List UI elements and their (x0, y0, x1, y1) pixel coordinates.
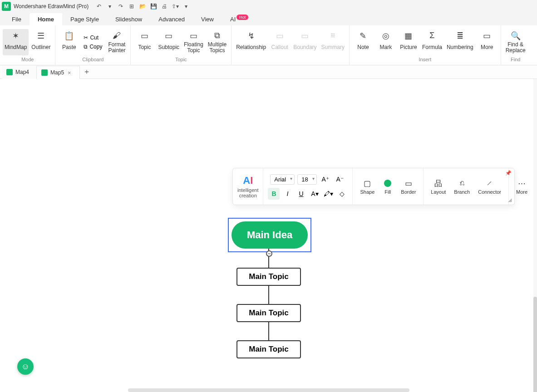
export-button[interactable]: ⇪▾ (170, 2, 180, 11)
save-button[interactable]: 💾 (148, 2, 158, 11)
subtopic-button[interactable]: ▭Subtopic (156, 29, 181, 55)
connector-icon: ⟋ (485, 178, 495, 188)
ai-icon: AI (243, 175, 253, 186)
branch-button[interactable]: ⎌Branch (451, 177, 473, 196)
mark-button[interactable]: ◎Mark (375, 29, 397, 55)
ctx-more-group: ⋯More (509, 168, 533, 205)
border-icon: ▭ (404, 178, 414, 188)
add-tab-button[interactable]: ＋ (80, 65, 94, 79)
outliner-icon: ☰ (35, 31, 46, 41)
doc-tab-map5[interactable]: Map5× (36, 66, 80, 79)
collapse-handle[interactable]: − (266, 250, 272, 257)
multiple-topics-icon: ⧉ (212, 31, 222, 41)
qat-more[interactable]: ▾ (181, 2, 191, 11)
ribbon-insert-label: Insert (419, 57, 432, 64)
topic-node-1[interactable]: Main Topic (236, 268, 301, 286)
format-painter-button[interactable]: 🖌Format Painter (106, 29, 128, 55)
ribbon-group-mode: ✶MindMap ☰Outliner Mode (0, 25, 55, 65)
assistant-fab[interactable]: ☺ (17, 358, 34, 375)
file-icon (41, 69, 48, 76)
font-size-select[interactable]: 18 (297, 174, 316, 185)
clear-format-button[interactable]: ◇ (336, 188, 348, 200)
menu-bar: File Home Page Style Slideshow Advanced … (0, 13, 537, 25)
vertical-scrollbar[interactable] (533, 79, 537, 387)
open-button[interactable]: 📂 (138, 2, 148, 11)
topic-node-3[interactable]: Main Topic (236, 340, 301, 358)
main-idea-node[interactable]: Main Idea (232, 221, 308, 249)
doc-tab-map4[interactable]: Map4 (2, 65, 36, 79)
boundary-icon: ▭ (300, 31, 310, 41)
picture-button[interactable]: ▦Picture (398, 29, 419, 55)
connector-button[interactable]: ⟋Connector (475, 177, 504, 196)
outliner-button[interactable]: ☰Outliner (30, 29, 52, 55)
note-button[interactable]: ✎Note (352, 29, 374, 55)
font-color-button[interactable]: A▾ (309, 188, 320, 200)
link-line (268, 286, 269, 304)
mark-icon: ◎ (380, 31, 391, 41)
fill-button[interactable]: Fill (380, 177, 395, 196)
redo-button[interactable]: ↷ (116, 2, 126, 11)
formula-button[interactable]: ΣFormula (420, 29, 444, 55)
floating-topic-icon: ▭ (188, 31, 199, 41)
note-icon: ✎ (358, 31, 369, 41)
app-logo-icon: M (2, 2, 11, 11)
ctx-more-button[interactable]: ⋯More (513, 177, 530, 196)
multiple-topics-button[interactable]: ⧉Multiple Topics (206, 29, 228, 55)
tab-slideshow[interactable]: Slideshow (107, 13, 150, 25)
insert-more-button[interactable]: ▭More (476, 29, 498, 55)
cut-button[interactable]: ✂Cut (81, 34, 105, 42)
horizontal-scrollbar[interactable] (128, 388, 532, 392)
context-toolbar[interactable]: 📌 ◢ AI intelligentcreation Arial 18 A⁺ A… (232, 168, 515, 205)
mindmap-button[interactable]: ✶MindMap (3, 29, 29, 55)
italic-button[interactable]: I (281, 188, 293, 200)
topic-button[interactable]: ▭Topic (133, 29, 155, 55)
topic-node-2[interactable]: Main Topic (236, 304, 301, 322)
ctx-layout-group: 品Layout ⎌Branch ⟋Connector (424, 168, 509, 205)
tab-view[interactable]: View (193, 13, 222, 25)
tab-page-style[interactable]: Page Style (62, 13, 107, 25)
close-tab-button[interactable]: × (67, 69, 72, 76)
file-icon (6, 69, 13, 75)
tab-home[interactable]: Home (30, 13, 62, 25)
relationship-button[interactable]: ↯Relationship (234, 29, 268, 55)
pin-button[interactable]: 📌 (505, 170, 512, 176)
underline-button[interactable]: U (295, 188, 307, 200)
hscroll-thumb[interactable] (128, 388, 409, 392)
tab-ai[interactable]: AIHot (222, 13, 256, 25)
canvas[interactable]: 📌 ◢ AI intelligentcreation Arial 18 A⁺ A… (0, 79, 533, 392)
shrink-font-button[interactable]: A⁻ (334, 173, 346, 185)
floating-topic-button[interactable]: ▭Floating Topic (182, 29, 205, 55)
bold-button[interactable]: B (268, 188, 280, 200)
shape-button[interactable]: ▢Shape (357, 177, 377, 196)
qat-dropdown[interactable]: ▾ (105, 2, 115, 11)
vscroll-thumb[interactable] (533, 297, 537, 392)
title-bar: M Wondershare EdrawMind (Pro) ↶ ▾ ↷ ⊞ 📂 … (0, 0, 537, 13)
ribbon-group-find: 🔍Find & Replace Find (501, 25, 530, 65)
link-line (268, 322, 269, 340)
copy-icon: ⧉ (84, 44, 88, 50)
ai-hot-badge: Hot (236, 15, 248, 20)
ribbon-topic-label: Topic (175, 57, 187, 64)
resize-handle[interactable]: ◢ (508, 197, 512, 203)
picture-icon: ▦ (403, 31, 414, 41)
ctx-shape-group: ▢Shape Fill ▭Border (353, 168, 424, 205)
print-button[interactable]: 🖨 (159, 2, 169, 11)
layout-button[interactable]: 品Layout (428, 177, 448, 196)
layout-icon: 品 (434, 178, 443, 188)
ribbon-group-clipboard: 📋Paste ✂Cut ⧉Copy 🖌Format Painter Clipbo… (55, 25, 131, 65)
new-button[interactable]: ⊞ (127, 2, 137, 11)
tab-advanced[interactable]: Advanced (150, 13, 193, 25)
numbering-button[interactable]: ≣Numbering (445, 29, 475, 55)
callout-button: ▭Callout (269, 29, 291, 55)
find-replace-button[interactable]: 🔍Find & Replace (504, 29, 527, 55)
undo-button[interactable]: ↶ (94, 2, 104, 11)
copy-button[interactable]: ⧉Copy (81, 43, 105, 51)
border-button[interactable]: ▭Border (398, 177, 419, 196)
topic-icon: ▭ (139, 31, 150, 41)
font-name-select[interactable]: Arial (270, 174, 295, 185)
paste-button[interactable]: 📋Paste (58, 29, 80, 55)
highlight-button[interactable]: 🖍▾ (322, 188, 334, 200)
tab-file[interactable]: File (4, 13, 30, 25)
grow-font-button[interactable]: A⁺ (320, 173, 331, 185)
ctx-ai-group[interactable]: AI intelligentcreation (233, 168, 263, 205)
